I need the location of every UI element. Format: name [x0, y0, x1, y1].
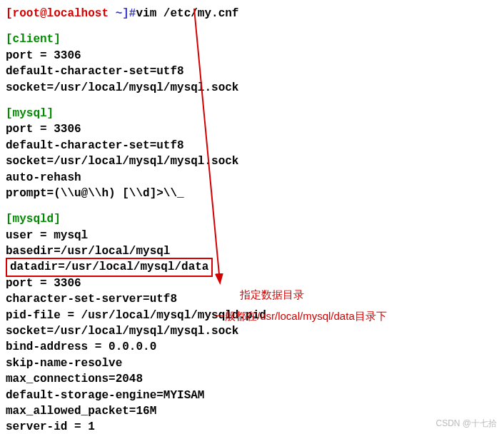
- config-line: auto-rehash: [6, 170, 498, 186]
- annotation-label-2: 一般都在/usr/local/mysql/data目录下: [214, 308, 387, 323]
- section-header: [mysqld]: [6, 211, 498, 227]
- config-line: skip-name-resolve: [6, 355, 498, 371]
- config-line: socket=/usr/local/mysql/mysql.sock: [6, 153, 498, 169]
- client-section: [client] port = 3306 default-character-s…: [6, 31, 498, 96]
- section-header: [client]: [6, 31, 498, 47]
- config-line: port = 3306: [6, 48, 498, 64]
- config-line: default-character-set=utf8: [6, 64, 498, 79]
- config-line: max_connections=2048: [6, 371, 498, 387]
- prompt-user: [root@localhost: [6, 7, 109, 20]
- config-line: default-storage-engine=MYISAM: [6, 388, 498, 403]
- config-line: socket=/usr/local/mysql/mysql.sock: [6, 80, 498, 96]
- config-line: default-character-set=utf8: [6, 138, 498, 153]
- config-line: user = mysql: [6, 228, 498, 243]
- prompt-path: ~]#: [109, 7, 136, 20]
- shell-prompt: [root@localhost ~]#vim /etc/my.cnf: [6, 6, 498, 21]
- datadir-line: datadir=/usr/local/mysql/data: [6, 259, 498, 275]
- watermark: CSDN @十七拾: [435, 418, 497, 430]
- config-line: max_allowed_packet=16M: [6, 403, 498, 419]
- command-text: vim /etc/my.cnf: [136, 7, 238, 20]
- annotation-label-1: 指定数据目录: [240, 287, 304, 302]
- datadir-highlight: datadir=/usr/local/mysql/data: [6, 258, 213, 276]
- config-line: server-id = 1: [6, 419, 498, 434]
- config-line: bind-address = 0.0.0.0: [6, 339, 498, 355]
- section-header: [mysql]: [6, 106, 498, 121]
- mysql-section: [mysql] port = 3306 default-character-se…: [6, 106, 498, 201]
- config-line: socket=/usr/local/mysql/mysql.sock: [6, 323, 498, 339]
- config-line: port = 3306: [6, 121, 498, 137]
- config-line: basedir=/usr/local/mysql: [6, 243, 498, 259]
- config-line: prompt=(\\u@\\h) [\\d]>\\_: [6, 186, 498, 201]
